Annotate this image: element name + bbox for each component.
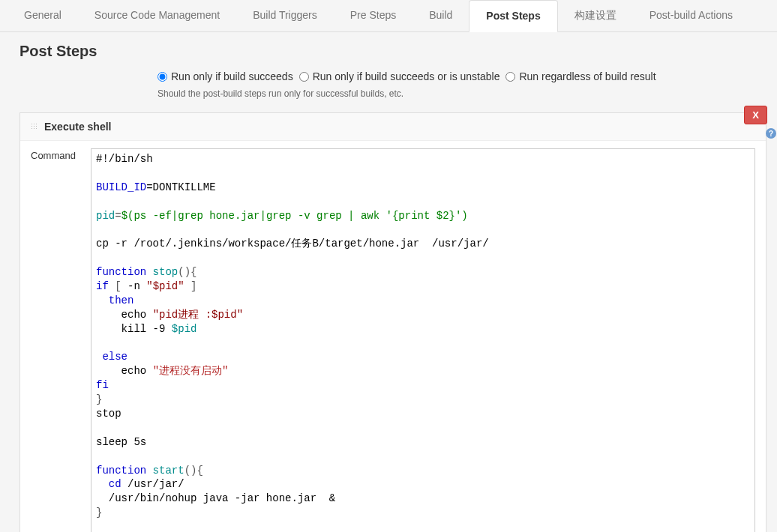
tab-source-code[interactable]: Source Code Management	[78, 0, 236, 31]
radio-run-regardless[interactable]: Run regardless of build result	[506, 70, 656, 82]
tab-general[interactable]: General	[8, 0, 78, 31]
radio-run-if-unstable-label: Run only if build succeeds or is unstabl…	[313, 70, 500, 82]
drag-handle-icon[interactable]	[31, 123, 38, 130]
tab-build-triggers[interactable]: Build Triggers	[236, 0, 334, 31]
radio-run-if-succeeds[interactable]: Run only if build succeeds	[158, 70, 293, 82]
step-header: Execute shell	[20, 113, 766, 141]
radio-run-if-succeeds-input[interactable]	[158, 72, 167, 82]
help-icon[interactable]: ?	[766, 128, 776, 139]
run-condition-hint: Should the post-build steps run only for…	[0, 85, 777, 108]
delete-step-button[interactable]: X	[744, 106, 767, 124]
radio-run-regardless-input[interactable]	[506, 72, 515, 82]
post-step-run-condition: Run only if build succeeds Run only if b…	[0, 67, 777, 85]
radio-run-if-succeeds-label: Run only if build succeeds	[171, 70, 293, 82]
radio-run-if-unstable[interactable]: Run only if build succeeds or is unstabl…	[299, 70, 500, 82]
tab-post-build-actions[interactable]: Post-build Actions	[633, 0, 749, 31]
command-textarea[interactable]: #!/bin/sh BUILD_ID=DONTKILLME pid=$(ps -…	[91, 148, 755, 532]
tab-build-settings-cn[interactable]: 构建设置	[558, 0, 633, 31]
tab-build[interactable]: Build	[412, 0, 469, 31]
radio-run-regardless-label: Run regardless of build result	[519, 70, 656, 82]
step-title: Execute shell	[44, 121, 112, 133]
radio-run-if-unstable-input[interactable]	[299, 72, 309, 82]
command-label: Command	[31, 148, 80, 532]
tab-pre-steps[interactable]: Pre Steps	[334, 0, 412, 31]
page-title: Post Steps	[0, 32, 777, 67]
tab-post-steps[interactable]: Post Steps	[469, 0, 557, 32]
config-tabs: General Source Code Management Build Tri…	[0, 0, 777, 32]
execute-shell-step: X ? Execute shell Command #!/bin/sh BUIL…	[20, 112, 766, 532]
